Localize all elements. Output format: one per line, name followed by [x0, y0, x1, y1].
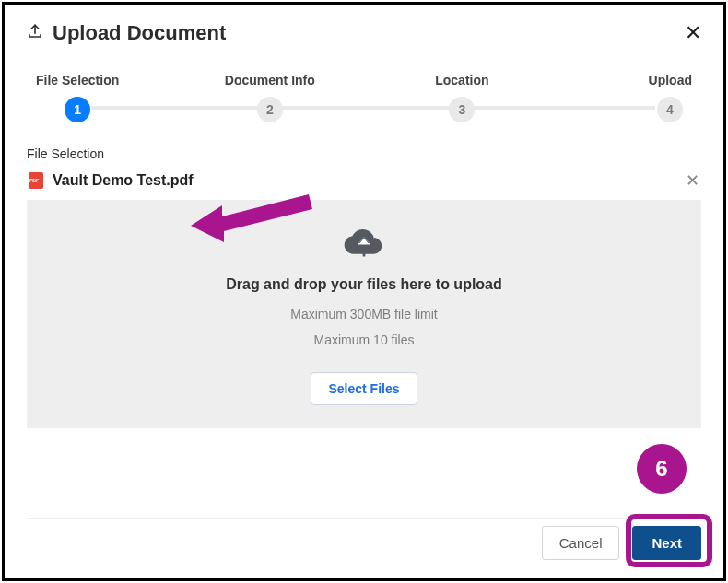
step-label: Document Info — [225, 73, 315, 87]
dialog-header: Upload Document ✕ — [27, 21, 701, 45]
file-row-left: Vault Demo Test.pdf — [29, 172, 194, 189]
dropzone-hint-count: Maximum 10 files — [314, 332, 415, 350]
stepper: File Selection 1 Document Info 2 Locatio… — [36, 73, 692, 122]
file-name: Vault Demo Test.pdf — [53, 172, 194, 189]
close-icon[interactable]: ✕ — [685, 23, 701, 43]
step-file-selection: File Selection 1 — [36, 73, 119, 122]
step-number: 2 — [257, 97, 283, 122]
step-upload: Upload 4 — [609, 73, 692, 122]
dialog-footer: Cancel Next — [27, 518, 701, 560]
annotation-step-badge: 6 — [637, 444, 687, 494]
next-button[interactable]: Next — [632, 526, 701, 560]
stepper-line — [73, 106, 655, 110]
step-label: Location — [435, 73, 488, 87]
title-row: Upload Document — [27, 21, 226, 45]
section-label: File Selection — [27, 146, 701, 161]
step-label: File Selection — [36, 73, 119, 87]
upload-icon — [27, 23, 43, 43]
step-label: Upload — [649, 73, 692, 87]
dropzone[interactable]: Drag and drop your files here to upload … — [27, 200, 701, 428]
cloud-upload-icon — [344, 223, 384, 265]
pdf-file-icon — [29, 172, 43, 189]
file-list: Vault Demo Test.pdf ✕ — [27, 169, 701, 192]
upload-document-dialog: Upload Document ✕ File Selection 1 Docum… — [2, 2, 726, 581]
file-row: Vault Demo Test.pdf ✕ — [27, 169, 701, 192]
cancel-button[interactable]: Cancel — [542, 526, 620, 560]
step-number: 1 — [65, 97, 90, 122]
step-document-info: Document Info 2 — [225, 73, 315, 122]
remove-file-icon[interactable]: ✕ — [686, 172, 699, 189]
select-files-button[interactable]: Select Files — [311, 372, 417, 405]
step-number: 4 — [657, 97, 683, 122]
dialog-title: Upload Document — [53, 21, 226, 45]
dropzone-title: Drag and drop your files here to upload — [226, 276, 502, 293]
dropzone-hint-size: Maximum 300MB file limit — [290, 306, 437, 324]
step-number: 3 — [449, 97, 475, 122]
step-location: Location 3 — [420, 73, 503, 122]
